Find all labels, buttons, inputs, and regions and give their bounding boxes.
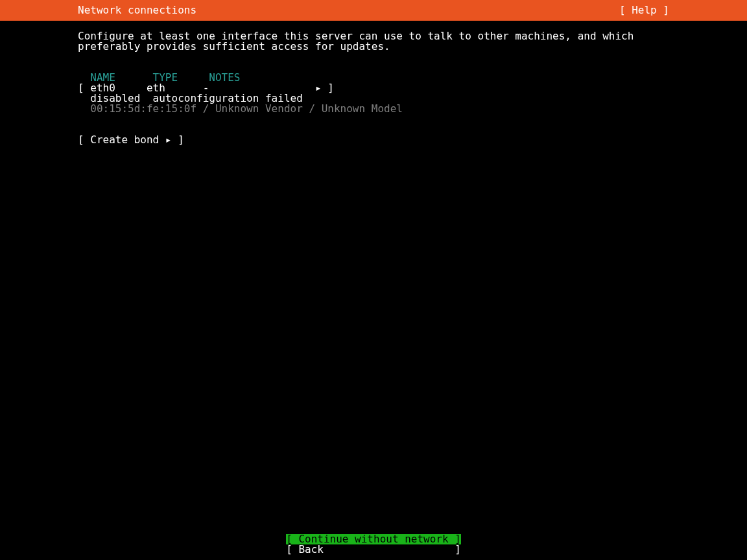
footer-buttons: [ Continue without network ] [ Back ] <box>0 534 747 555</box>
interfaces-section: NAME TYPE NOTES [ eth0 eth - ▸ ] disable… <box>78 73 669 114</box>
help-button[interactable]: [ Help ] <box>619 5 669 16</box>
interface-details-eth0: 00:15:5d:fe:15:0f / Unknown Vendor / Unk… <box>78 104 669 114</box>
main-content: Configure at least one interface this se… <box>0 21 747 145</box>
header-bar: Network connections [ Help ] <box>0 0 747 21</box>
back-button[interactable]: [ Back ] <box>286 544 461 555</box>
description-text: Configure at least one interface this se… <box>78 31 669 52</box>
create-bond-button[interactable]: [ Create bond ▸ ] <box>78 135 669 145</box>
page-title: Network connections <box>78 5 196 16</box>
